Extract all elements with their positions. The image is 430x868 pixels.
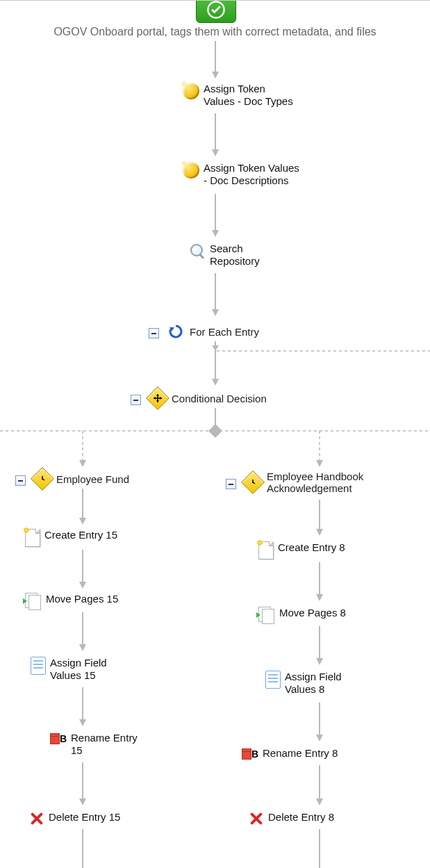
connector <box>83 829 97 868</box>
svg-marker-15 <box>156 394 159 396</box>
diamond-icon <box>146 386 169 410</box>
branch-employee-handbook-ack[interactable]: Employee Handbook Acknowledgement <box>226 470 363 494</box>
new-document-icon <box>25 529 40 547</box>
svg-point-38 <box>252 482 254 483</box>
branch-employee-fund[interactable]: Employee Fund <box>15 470 129 487</box>
svg-marker-2 <box>212 72 219 79</box>
field-values-icon <box>31 657 46 675</box>
collapse-toggle[interactable] <box>15 475 26 486</box>
new-document-icon <box>258 541 274 559</box>
connector <box>83 762 97 807</box>
svg-marker-25 <box>316 460 323 467</box>
connector <box>320 626 333 666</box>
connector <box>83 489 97 526</box>
delete-entry-15[interactable]: Delete Entry 15 <box>29 811 120 826</box>
svg-marker-40 <box>316 529 323 536</box>
workflow-canvas: OGOV Onboard portal, tags them with corr… <box>0 0 430 868</box>
svg-marker-48 <box>316 799 323 805</box>
field-values-icon <box>265 671 281 689</box>
create-entry-8[interactable]: Create Entry 8 <box>258 541 345 559</box>
for-each-entry[interactable]: For Each Entry <box>149 323 259 340</box>
assign-field-values-8[interactable]: Assign Field Values 8 <box>265 671 342 696</box>
svg-marker-14 <box>212 379 219 386</box>
move-pages-icon <box>258 607 275 623</box>
connector <box>83 612 97 653</box>
coin-icon <box>183 83 199 99</box>
assign-token-doc-types[interactable]: Assign Token Values - Doc Types <box>183 83 293 108</box>
move-pages-8[interactable]: Move Pages 8 <box>258 607 346 623</box>
svg-marker-36 <box>79 799 86 805</box>
svg-marker-11 <box>212 345 219 351</box>
svg-marker-4 <box>212 149 219 156</box>
diamond-icon <box>31 467 54 491</box>
decision-split-icon <box>208 424 222 438</box>
search-repository[interactable]: Search Repository <box>189 243 260 268</box>
connector <box>215 41 229 81</box>
rename-entry-8[interactable]: B Rename Entry 8 <box>242 747 338 761</box>
collapse-toggle[interactable] <box>149 328 159 338</box>
start-node[interactable] <box>196 0 236 23</box>
collapse-toggle[interactable] <box>131 395 141 405</box>
svg-marker-8 <box>212 309 219 316</box>
connector <box>215 351 229 387</box>
collapse-toggle[interactable] <box>226 479 236 489</box>
coin-icon <box>183 162 199 179</box>
connector <box>320 765 333 807</box>
svg-marker-28 <box>79 518 86 525</box>
connector <box>320 829 333 868</box>
svg-marker-32 <box>79 644 86 651</box>
assign-field-values-15[interactable]: Assign Field Values 15 <box>31 657 107 682</box>
move-pages-15[interactable]: Move Pages 15 <box>25 593 118 609</box>
delete-icon <box>29 811 44 826</box>
rename-entry-15[interactable]: B Rename Entry 15 <box>50 732 138 757</box>
svg-marker-18 <box>160 397 162 400</box>
assign-token-doc-descriptions[interactable]: Assign Token Values - Doc Descriptions <box>183 162 299 187</box>
svg-marker-42 <box>316 594 323 601</box>
connector <box>215 113 229 159</box>
rename-icon: B <box>242 747 258 761</box>
delete-entry-8[interactable]: Delete Entry 8 <box>249 811 334 826</box>
connector <box>320 703 333 743</box>
connector <box>215 273 229 319</box>
rename-icon: B <box>50 732 67 746</box>
connector <box>320 562 333 603</box>
header-description: OGOV Onboard portal, tags them with corr… <box>0 26 430 38</box>
connector <box>83 550 97 590</box>
svg-point-26 <box>42 478 43 480</box>
svg-marker-30 <box>79 582 86 589</box>
svg-marker-44 <box>316 658 323 665</box>
create-entry-15[interactable]: Create Entry 15 <box>25 529 117 547</box>
diamond-icon <box>241 470 265 494</box>
svg-marker-46 <box>316 735 323 742</box>
search-icon <box>189 243 206 259</box>
connector <box>215 194 229 240</box>
delete-icon <box>249 811 264 826</box>
svg-marker-17 <box>154 397 156 400</box>
conditional-decision[interactable]: Conditional Decision <box>131 390 267 407</box>
connector <box>83 687 97 728</box>
connector-dashed <box>215 341 430 362</box>
svg-marker-6 <box>212 230 219 237</box>
connector <box>320 500 333 537</box>
move-pages-icon <box>25 593 42 609</box>
loop-icon <box>167 323 184 340</box>
svg-marker-16 <box>156 400 159 402</box>
svg-marker-34 <box>79 719 86 726</box>
svg-marker-23 <box>79 460 86 467</box>
